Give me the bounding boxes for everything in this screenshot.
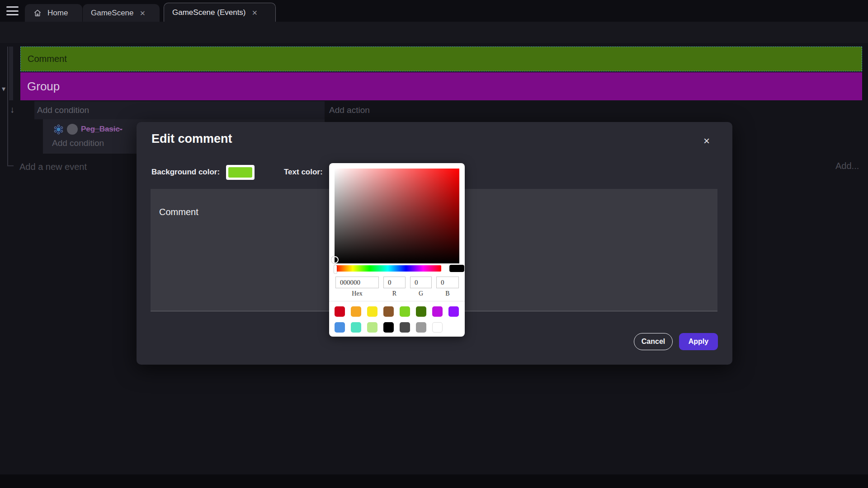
red-label: R bbox=[383, 290, 406, 297]
group-event-row[interactable]: Group bbox=[20, 72, 862, 100]
text-color-label: Text color: bbox=[284, 168, 323, 177]
hue-row bbox=[335, 264, 459, 272]
tab-label: GameScene bbox=[91, 9, 134, 18]
preset-color-swatch[interactable] bbox=[383, 322, 394, 333]
preset-color-swatch[interactable] bbox=[432, 306, 443, 317]
close-icon[interactable]: × bbox=[139, 9, 146, 18]
preset-color-swatch[interactable] bbox=[335, 322, 345, 333]
tree-line bbox=[7, 47, 8, 166]
preset-color-swatch[interactable] bbox=[400, 306, 410, 317]
blue-input[interactable] bbox=[436, 277, 459, 288]
hex-input[interactable] bbox=[335, 277, 379, 288]
add-new-event-link[interactable]: Add a new event bbox=[19, 162, 87, 172]
tab-label: Home bbox=[47, 9, 68, 18]
preset-color-swatch[interactable] bbox=[416, 306, 426, 317]
preset-color-swatch[interactable] bbox=[367, 306, 377, 317]
hue-slider-handle[interactable] bbox=[334, 265, 337, 273]
app-window: Home GameScene × GameScene (Events) × bbox=[0, 0, 868, 488]
comment-event-text: Comment bbox=[28, 54, 67, 64]
color-picker-popover: Hex R G B bbox=[329, 163, 465, 337]
hex-label: Hex bbox=[335, 290, 379, 297]
toolbar: Preview ▼ Publish bbox=[0, 22, 868, 43]
green-label: G bbox=[410, 290, 432, 297]
sheet-footer bbox=[0, 474, 868, 488]
group-event-text: Group bbox=[27, 80, 60, 94]
divider bbox=[329, 301, 465, 301]
blue-label: B bbox=[436, 290, 459, 297]
preset-color-swatch[interactable] bbox=[383, 306, 394, 317]
green-input[interactable] bbox=[410, 277, 432, 288]
tree-guide bbox=[9, 47, 13, 100]
saturation-field[interactable] bbox=[335, 169, 459, 263]
subevent-arrow-icon: ↓ bbox=[10, 104, 14, 115]
background-color-fill bbox=[228, 167, 252, 178]
preset-swatch-row bbox=[335, 306, 459, 317]
condition-object-name[interactable]: Peg_Basic- bbox=[81, 125, 123, 134]
tab-home[interactable]: Home bbox=[25, 4, 82, 22]
close-icon[interactable]: × bbox=[701, 134, 712, 148]
preset-color-swatch[interactable] bbox=[400, 322, 410, 333]
condition-line[interactable]: Peg_Basic- bbox=[53, 123, 123, 136]
preset-color-swatch[interactable] bbox=[351, 322, 361, 333]
close-icon[interactable]: × bbox=[251, 8, 259, 17]
preset-color-swatch[interactable] bbox=[335, 306, 345, 317]
conditions-panel[interactable]: Add condition bbox=[34, 101, 325, 119]
tab-gamescene[interactable]: GameScene × bbox=[83, 4, 160, 22]
cancel-button[interactable]: Cancel bbox=[634, 333, 673, 350]
menu-icon[interactable] bbox=[6, 6, 19, 15]
preset-color-swatch[interactable] bbox=[416, 322, 426, 333]
dialog-title: Edit comment bbox=[151, 132, 232, 146]
cancel-label: Cancel bbox=[642, 338, 665, 346]
background-color-label: Background color: bbox=[151, 168, 220, 177]
hue-slider[interactable] bbox=[335, 265, 441, 272]
preset-color-swatch[interactable] bbox=[351, 306, 361, 317]
tab-gamescene-events[interactable]: GameScene (Events) × bbox=[164, 3, 276, 22]
current-color-swatch bbox=[449, 265, 464, 272]
apply-label: Apply bbox=[689, 338, 708, 346]
red-input[interactable] bbox=[383, 277, 406, 288]
preset-color-swatch[interactable] bbox=[432, 322, 443, 333]
add-action-link[interactable]: Add action bbox=[329, 105, 370, 115]
comment-event-row[interactable]: Comment bbox=[20, 47, 862, 71]
apply-button[interactable]: Apply bbox=[679, 333, 718, 350]
preset-swatch-row bbox=[335, 322, 443, 333]
background-color-swatch[interactable] bbox=[226, 165, 255, 180]
behavior-icon bbox=[53, 124, 64, 135]
add-more-link[interactable]: Add... bbox=[835, 161, 859, 171]
object-thumbnail bbox=[67, 124, 78, 135]
preset-color-swatch[interactable] bbox=[448, 306, 459, 317]
add-condition-link[interactable]: Add condition bbox=[37, 105, 89, 115]
tree-line bbox=[7, 165, 14, 166]
tab-label: GameScene (Events) bbox=[172, 8, 246, 17]
add-condition-link[interactable]: Add condition bbox=[52, 138, 104, 148]
tab-bar: Home GameScene × GameScene (Events) × bbox=[0, 0, 868, 22]
collapse-chevron-icon[interactable]: ▾ bbox=[2, 84, 5, 93]
saturation-cursor[interactable] bbox=[331, 256, 339, 263]
home-icon bbox=[33, 9, 42, 18]
preset-color-swatch[interactable] bbox=[367, 322, 377, 333]
